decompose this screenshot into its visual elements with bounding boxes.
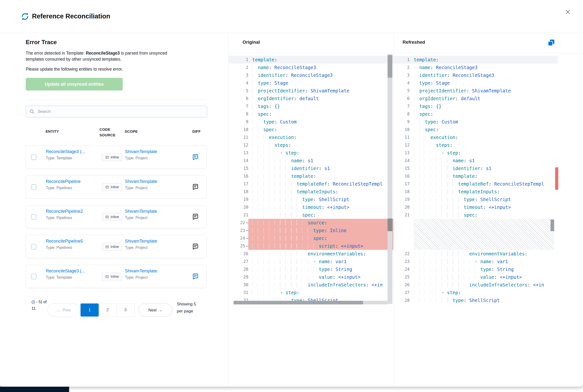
row-checkbox[interactable]	[31, 274, 36, 279]
diff-icon[interactable]	[192, 213, 199, 220]
diff-icon[interactable]	[192, 154, 199, 161]
next-arrow-icon: →	[159, 308, 163, 312]
code-line: 10 spec:	[228, 126, 393, 134]
code-line: 4 type: Stage	[394, 79, 558, 87]
scope-type-label: Type: Project	[125, 275, 157, 280]
code-line: 20 timeout: <+input>	[394, 203, 558, 211]
code-line: 1template:	[228, 56, 393, 64]
inline-badge-icon	[105, 156, 109, 159]
close-button[interactable]: ✕	[563, 8, 572, 16]
code-line: 25 value: <+input>	[394, 273, 558, 281]
background-app-sidebar	[0, 387, 69, 392]
code-line: 23– type: Inline	[228, 226, 393, 234]
code-line: 16 template:	[394, 172, 558, 180]
code-line: 5 projectIdentifier: ShivamTemplate	[394, 87, 558, 94]
scope-type-label: Type: Project	[125, 246, 157, 250]
code-source-label: Inline	[111, 245, 119, 249]
entity-link[interactable]: ReconcileStage3 (...	[46, 149, 85, 154]
scope-link[interactable]: ShivamTemplate	[125, 149, 157, 154]
column-header-diff: DIFF	[192, 129, 201, 134]
code-line: 28 type: String	[228, 266, 393, 273]
prev-arrow-icon: ←	[57, 308, 61, 312]
table-row: ReconcileStage3 (... Type: Template Inli…	[26, 146, 207, 168]
code-line: 7 tags: {}	[228, 102, 393, 110]
code-line: 18 templateInputs:	[394, 188, 558, 196]
row-checkbox[interactable]	[31, 244, 36, 249]
refreshed-pane-title: Refreshed	[403, 40, 425, 45]
code-line: 12 steps:	[394, 141, 558, 149]
code-line: 8 spec:	[228, 110, 393, 118]
entity-link[interactable]: ReconcilePipeline	[46, 179, 80, 184]
code-line: 5 projectIdentifier: ShivamTemplate	[228, 87, 393, 94]
table-row: ReconcileStage3 (... Type: Template Inli…	[26, 265, 207, 288]
search-input[interactable]	[37, 109, 203, 114]
scope-link[interactable]: ShivamTemplate	[125, 209, 157, 214]
entity-cell: ReconcileStage3 (... Type: Template	[46, 149, 85, 160]
search-box[interactable]	[26, 106, 207, 118]
code-line: 25– script: <+input>	[228, 242, 393, 250]
divider	[26, 100, 207, 100]
code-source-badge: Inline	[102, 273, 122, 280]
code-line: 3 identifier: ReconcileStage3	[394, 71, 558, 79]
diff-icon[interactable]	[192, 184, 199, 191]
row-checkbox[interactable]	[31, 184, 36, 190]
table-row: ReconcilePipeline Type: Pipelines Inline…	[26, 176, 207, 198]
code-line: 6 orgIdentifier: default	[394, 94, 558, 102]
code-line: 24 type: String	[394, 266, 558, 273]
code-line: 12 steps:	[228, 141, 393, 149]
code-line: 13 - step:	[394, 149, 558, 157]
original-horizontal-thumb[interactable]	[234, 301, 363, 304]
sync-icon	[20, 12, 29, 21]
code-source-badge: Inline	[102, 213, 122, 221]
original-vertical-scrollbar[interactable]	[388, 54, 392, 304]
entity-type-label: Type: Template	[46, 275, 85, 280]
code-line: 11 execution:	[228, 134, 393, 141]
diff-viewer: Original Refreshed 1template:2 name: Rec…	[228, 33, 583, 387]
error-instruction: Please update the following entities to …	[26, 67, 195, 72]
next-label: Next	[148, 308, 157, 312]
error-description-prefix: The error detected in Template:	[26, 51, 86, 56]
entity-link[interactable]: ReconcilePipeline2	[46, 209, 83, 214]
scope-link[interactable]: ShivamTemplate	[125, 239, 157, 244]
entity-type-label: Type: Template	[46, 156, 85, 160]
original-scrollbar-thumb[interactable]	[388, 55, 392, 78]
original-horizontal-scrollbar[interactable]	[234, 301, 387, 304]
column-header-scope: SCOPE	[125, 129, 138, 134]
page-button-2[interactable]: 2	[98, 304, 117, 316]
entity-cell: ReconcilePipeline5 Type: Pipelines	[46, 239, 83, 250]
update-all-unsynced-entities-button[interactable]: Update all unsynced entities	[26, 78, 123, 90]
diff-icon[interactable]	[192, 243, 199, 250]
row-checkbox[interactable]	[31, 154, 36, 160]
removed-lines-placeholder	[414, 219, 554, 250]
copy-icon[interactable]	[547, 38, 555, 47]
code-source-label: Inline	[111, 155, 119, 159]
code-line: 15 identifier: s1	[228, 164, 393, 172]
scope-link[interactable]: ShivamTemplate	[125, 179, 157, 184]
diff-icon[interactable]	[192, 273, 199, 280]
code-line: 1template:	[394, 56, 558, 64]
page-button-1[interactable]: 1	[80, 304, 99, 316]
code-line: 22– source:	[228, 219, 393, 226]
prev-label: Prev	[62, 308, 71, 312]
row-checkbox[interactable]	[31, 214, 36, 220]
search-icon	[29, 109, 35, 114]
entity-link[interactable]: ReconcileStage3 (...	[46, 268, 85, 274]
page-button-3[interactable]: 3	[116, 304, 135, 316]
code-source-label: Inline	[111, 185, 119, 189]
next-page-button[interactable]: Next→	[138, 304, 172, 316]
entity-type-label: Type: Pipelines	[46, 216, 83, 220]
scope-link[interactable]: ShivamTemplate	[125, 268, 157, 274]
inline-badge-icon	[105, 245, 109, 249]
dialog-header: Reference Reconciliation ✕	[0, 0, 583, 33]
code-line: 17 templateRef: ReconcileStepTempl	[228, 180, 393, 188]
entity-link[interactable]: ReconcilePipeline5	[46, 239, 83, 244]
scope-cell: ShivamTemplate Type: Project	[125, 209, 157, 220]
code-line: 24– spec:	[228, 234, 393, 242]
code-line: 9 type: Custom	[394, 118, 558, 126]
code-source-badge: Inline	[102, 183, 122, 191]
scope-cell: ShivamTemplate Type: Project	[125, 149, 157, 160]
dialog-title: Reference Reconciliation	[32, 12, 110, 20]
prev-page-button[interactable]: ←Prev	[47, 304, 80, 316]
code-source-label: Inline	[111, 215, 119, 219]
entity-list: ReconcileStage3 (... Type: Template Inli…	[26, 146, 207, 295]
